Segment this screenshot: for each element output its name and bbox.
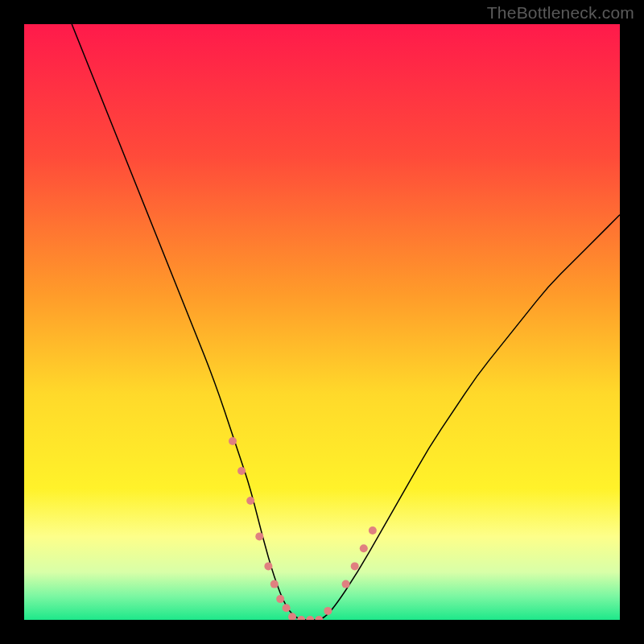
marker-dot: [342, 580, 350, 588]
marker-dot: [270, 580, 279, 588]
marker-dot: [237, 467, 246, 475]
plot-svg: [24, 24, 620, 620]
marker-dot: [276, 595, 284, 603]
gradient-rect: [24, 24, 620, 620]
marker-dot: [264, 562, 272, 570]
plot-area: [24, 24, 620, 620]
chart-frame: TheBottleneck.com: [0, 0, 644, 644]
marker-dot: [369, 526, 377, 535]
marker-dot: [283, 604, 291, 612]
marker-dot: [229, 437, 237, 445]
marker-dot: [360, 544, 368, 552]
marker-dot: [255, 532, 263, 540]
marker-dot: [246, 497, 254, 505]
watermark-text: TheBottleneck.com: [487, 3, 634, 23]
marker-dot: [351, 562, 359, 570]
marker-dot: [324, 607, 332, 615]
